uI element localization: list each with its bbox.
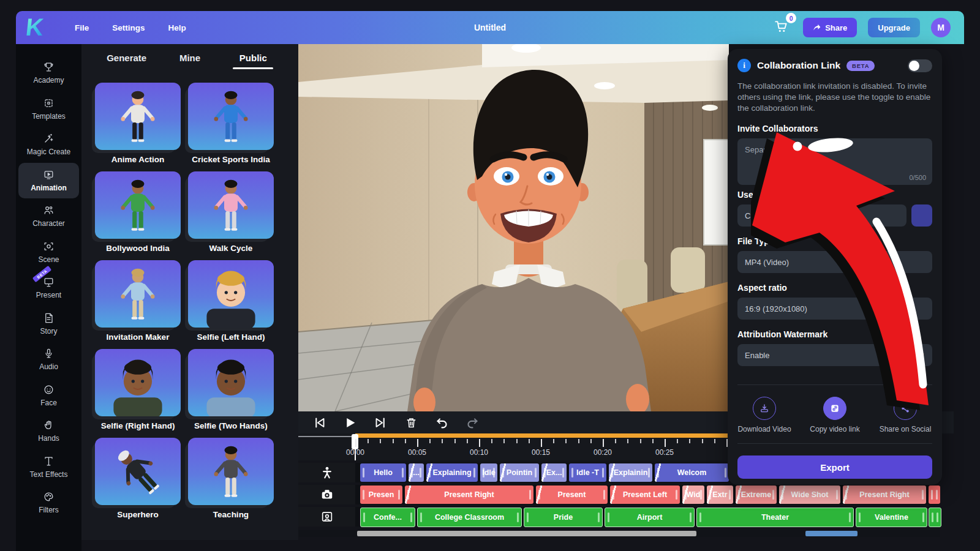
invite-send-button[interactable] [911,204,932,227]
animation-thumbnail[interactable] [188,260,274,328]
animation-thumbnail[interactable] [95,349,181,416]
share-on-social-action[interactable]: Share on Social [871,397,940,433]
ruler-tick [627,439,628,443]
timeline-clip[interactable]: Valentine [856,508,927,527]
watermark-select[interactable]: Enable ∨ [737,344,932,366]
timeline-clip[interactable]: Welcom [655,463,729,482]
delete-button[interactable] [404,415,418,430]
animation-card[interactable]: Selfie (Left Hand) [188,260,274,342]
animation-card[interactable]: Anime Action [95,83,181,164]
motion-track-header[interactable] [298,463,355,482]
scene-track-header[interactable] [298,507,355,527]
timeline-clip[interactable]: Idle -T [569,463,606,482]
animation-card[interactable]: Walk Cycle [188,171,274,253]
ruler-tick [479,439,480,447]
sidebar-item-scene[interactable]: Scene [18,234,79,271]
tab-mine[interactable]: Mine [158,53,221,69]
file-type-select[interactable]: MP4 (Video) [737,251,932,273]
sidebar-item-text-effects[interactable]: Text Effects [18,449,79,485]
aspect-ratio-select[interactable]: 16:9 (1920x1080) [737,298,932,320]
timeline-clip[interactable]: Explainin [609,463,652,482]
timeline-clip[interactable]: Airport [605,508,695,527]
timeline-scrollbar[interactable] [298,530,940,537]
animation-thumbnail[interactable] [95,260,181,328]
timeline-clip[interactable]: Present Right [405,485,533,504]
animation-thumbnail[interactable] [188,83,274,150]
ruler-tick [380,439,381,443]
timeline-clip[interactable]: College Classroom [417,508,522,527]
sidebar-item-academy[interactable]: Academy [18,55,79,91]
export-button[interactable]: Export [737,455,932,479]
timeline-clip[interactable]: Present Right [843,485,926,504]
timeline-clip[interactable]: Presen [360,485,402,504]
scrollbar-thumb[interactable] [805,531,858,536]
animation-thumbnail[interactable] [188,349,274,416]
collaboration-toggle[interactable] [908,59,932,72]
sidebar-item-character[interactable]: Character [18,198,79,234]
trophy-icon [43,61,55,73]
download-video-action[interactable]: Download Video [730,397,799,433]
invite-collaborators-input[interactable]: Separate e 0/500 [737,138,932,185]
timeline-clip[interactable]: Wid [682,485,704,504]
timeline-clip[interactable]: Hello [360,463,406,482]
tab-public[interactable]: Public [222,53,285,69]
sidebar-item-filters[interactable]: Filters [18,485,79,521]
play-button[interactable] [342,415,357,430]
undo-button[interactable] [434,415,449,430]
timeline-clip[interactable]: Pointin [500,463,539,482]
sidebar-item-animation[interactable]: Animation [18,163,79,199]
ruler-time-label: 00:00 [346,448,364,457]
timeline-clip[interactable]: Theater [696,508,854,527]
ruler-tick [640,439,641,443]
ruler-tick [677,439,678,443]
timeline-clip[interactable] [929,508,941,527]
user-avatar[interactable]: M [931,18,951,37]
timeline-clip[interactable]: Pride [524,508,603,527]
skip-to-end-button[interactable] [373,415,388,430]
timeline-clip[interactable]: Confe... [360,508,415,527]
timeline-clip[interactable]: Idle [480,463,497,482]
sidebar-item-templates[interactable]: Templates [18,91,79,127]
timeline-clip[interactable]: Present [536,485,608,504]
sidebar-item-audio[interactable]: Audio [18,342,79,378]
timeline-clip[interactable]: Explaining [426,463,478,482]
animation-card[interactable]: Bollywood India [95,171,181,253]
sidebar-item-hands[interactable]: Hands [18,413,79,449]
animation-card[interactable]: Teaching [188,438,274,519]
timeline-clip[interactable]: Ex... [541,463,567,482]
ruler-tick [578,439,579,443]
tab-generate[interactable]: Generate [95,53,158,69]
animation-card[interactable]: Invitation Maker [95,260,181,342]
sidebar-item-present[interactable]: BETA Present [18,270,79,306]
scrollbar-thumb[interactable] [357,531,696,536]
scene-frame-icon [320,510,334,523]
share-button[interactable]: Share [803,18,857,37]
animation-card[interactable]: Superhero [95,438,181,519]
timeline-clip[interactable]: Present Left [610,485,680,504]
sidebar-item-magic-create[interactable]: Magic Create [18,127,79,163]
camera-track-header[interactable] [298,485,355,504]
timeline-clip[interactable]: Wide Shot [779,485,840,504]
animation-card[interactable]: Selfie (Two Hands) [188,349,274,430]
timeline-clip[interactable] [929,485,940,504]
video-preview-canvas[interactable] [298,44,729,411]
cart-button[interactable]: 0 [774,18,792,37]
upgrade-button[interactable]: Upgrade [868,18,920,37]
skip-to-start-button[interactable] [312,415,326,430]
timeline-clip[interactable]: Extreme [736,485,777,504]
animation-card[interactable]: Selfie (Right Hand) [95,349,181,430]
timeline-clip[interactable]: ... [409,463,424,482]
animation-card[interactable]: Cricket Sports India [188,83,274,164]
animation-thumbnail[interactable] [188,171,274,239]
copy-video-link-action[interactable]: Copy video link [801,397,869,433]
animation-thumbnail[interactable] [188,438,274,505]
animation-thumbnail[interactable] [95,171,181,239]
ruler-tick [615,439,616,443]
timeline-clip[interactable]: Extr [707,485,733,504]
redo-button[interactable] [465,415,480,430]
sidebar-item-story[interactable]: Story [18,306,79,342]
sidebar-item-face[interactable]: Face [18,378,79,414]
animation-thumbnail[interactable] [95,83,181,150]
animation-thumbnail[interactable] [95,438,181,505]
permission-select[interactable]: Can View [737,204,907,227]
